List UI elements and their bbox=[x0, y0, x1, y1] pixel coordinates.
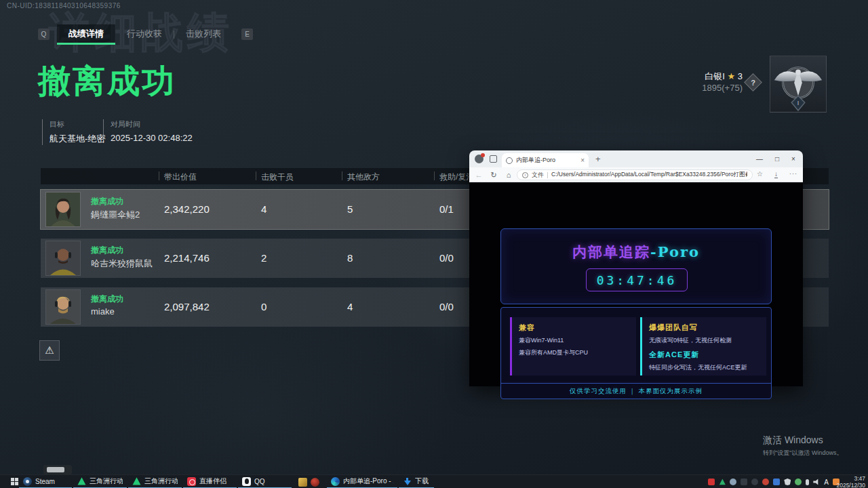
browser-titlebar[interactable]: 内部单追-Poro × + — □ × bbox=[469, 150, 803, 167]
tray-icon-delta[interactable] bbox=[719, 479, 726, 485]
taskbar-label: 直播伴侣 bbox=[199, 476, 226, 486]
taskbar-downloads[interactable]: 下载 bbox=[399, 475, 434, 488]
ui-fragment bbox=[43, 465, 72, 474]
tab-stack-icon[interactable] bbox=[490, 155, 497, 163]
tray-icon-redcircle[interactable] bbox=[762, 479, 769, 485]
rank-star-icon: ★ bbox=[727, 71, 735, 81]
tray-icon-red[interactable] bbox=[708, 479, 715, 485]
home-icon[interactable]: ⌂ bbox=[503, 169, 514, 180]
warning-icon: ⚠ bbox=[45, 344, 54, 357]
ui-fragment-pill bbox=[47, 467, 64, 472]
card-line: 兼容Win7-Win11 bbox=[519, 336, 629, 345]
browser-tab[interactable]: 内部单追-Poro × bbox=[502, 153, 589, 167]
browser-page: 内部单追踪-Poro 03:47:46 兼容 兼容Win7-Win11 兼容所有… bbox=[469, 182, 803, 386]
delta-force-icon bbox=[77, 477, 86, 486]
maximize-button[interactable]: □ bbox=[770, 152, 784, 165]
downloads-icon[interactable]: ↓ bbox=[774, 170, 778, 178]
avatar bbox=[46, 192, 80, 226]
other-enemies: 5 bbox=[347, 203, 353, 215]
globe-icon bbox=[506, 157, 513, 164]
taskbar-pinned-icons[interactable] bbox=[294, 475, 324, 488]
close-button[interactable]: × bbox=[787, 152, 800, 165]
rescue-revive: 0/1 bbox=[439, 203, 454, 215]
operators-killed: 0 bbox=[261, 301, 267, 312]
rank-score: 1895(+75) bbox=[671, 83, 743, 93]
address-divider bbox=[547, 172, 548, 178]
emblem-level: I bbox=[797, 100, 799, 106]
cheat-feature-panel: 兼容 兼容Win7-Win11 兼容所有AMD显卡与CPU 爆爆团队自写 无痕读… bbox=[500, 307, 772, 399]
rank-tier-text: 白银I bbox=[705, 71, 725, 81]
tab-kill-list[interactable]: 击败列表 bbox=[174, 24, 233, 45]
tray-icon-dark1[interactable] bbox=[741, 479, 747, 485]
match-time-value: 2025-12-30 02:48:22 bbox=[111, 133, 193, 143]
tray-icon-steam[interactable] bbox=[730, 479, 736, 485]
windows-taskbar: Steam 三角洲行动 三角洲行动 直播伴侣 QQ 内部单追-Poro - ..… bbox=[0, 474, 868, 488]
minimize-button[interactable]: — bbox=[753, 152, 766, 165]
start-button[interactable] bbox=[11, 478, 19, 486]
microphone-icon[interactable] bbox=[806, 479, 809, 485]
extract-value: 2,214,746 bbox=[164, 252, 210, 264]
address-bar[interactable]: i 文件 C:/Users/Administrator/AppData/Loca… bbox=[517, 169, 753, 180]
taskbar-label: 三角洲行动 bbox=[90, 476, 123, 486]
card-line: 无痕读写0特征，无视任何检测 bbox=[649, 336, 760, 345]
refresh-icon[interactable]: ↻ bbox=[488, 169, 499, 180]
feature-card-compat: 兼容 兼容Win7-Win11 兼容所有AMD显卡与CPU bbox=[510, 317, 636, 375]
tab-action-loot[interactable]: 行动收获 bbox=[115, 24, 174, 45]
row-status: 撤离成功 bbox=[91, 245, 123, 256]
back-icon[interactable]: ← bbox=[473, 169, 484, 180]
player-name: 鍋缝噩伞鳎2 bbox=[91, 209, 140, 221]
question-icon: ? bbox=[747, 77, 759, 88]
activate-windows-watermark: 激活 Windows 转到"设置"以激活 Windows。 bbox=[763, 434, 842, 458]
taskbar-qq[interactable]: QQ bbox=[238, 475, 292, 488]
avatar bbox=[46, 290, 80, 324]
key-hint-q: Q bbox=[38, 28, 50, 40]
column-separator bbox=[256, 171, 256, 180]
taskbar-label: 三角洲行动 bbox=[144, 476, 178, 486]
report-warning-button[interactable]: ⚠ bbox=[39, 340, 60, 361]
delta-force-icon bbox=[132, 477, 141, 486]
taskbar-edge-poro[interactable]: 内部单追-Poro - ... bbox=[327, 475, 397, 488]
speaker-icon[interactable] bbox=[813, 479, 820, 485]
taskbar-live-companion[interactable]: 直播伴侣 bbox=[183, 475, 237, 488]
extract-value: 2,097,842 bbox=[164, 301, 210, 312]
taskbar-delta-force-1[interactable]: 三角洲行动 bbox=[73, 475, 127, 488]
activate-line2: 转到"设置"以激活 Windows。 bbox=[763, 449, 842, 458]
gold-app-icon bbox=[298, 478, 307, 487]
objective-label: 目标 bbox=[50, 119, 105, 129]
other-enemies: 4 bbox=[347, 301, 353, 312]
feature-card-team: 爆爆团队自写 无痕读写0特征，无视任何检测 全新ACE更新 特征同步化写法，无视… bbox=[640, 317, 766, 375]
other-enemies: 8 bbox=[347, 252, 353, 264]
taskbar-label: QQ bbox=[254, 478, 265, 485]
clock-date: 2025/12/30 bbox=[836, 483, 865, 488]
new-tab-button[interactable]: + bbox=[595, 154, 601, 164]
taskbar-label: 内部单追-Poro - ... bbox=[343, 476, 393, 486]
column-separator bbox=[342, 171, 342, 180]
eagle-emblem-icon: I bbox=[770, 56, 826, 112]
result-title: 撤离成功 bbox=[38, 60, 176, 103]
red-app-icon bbox=[311, 478, 319, 487]
tab-battle-details[interactable]: 战绩详情 bbox=[57, 24, 115, 45]
edge-browser-icon bbox=[331, 477, 340, 486]
qq-icon bbox=[242, 477, 251, 486]
profile-avatar-icon[interactable] bbox=[475, 155, 484, 163]
rank-help-button[interactable]: ? bbox=[744, 73, 762, 92]
tray-icon-shield[interactable] bbox=[784, 479, 791, 485]
rank-tier: 白银I ★ 3 bbox=[671, 70, 743, 83]
taskbar-clock[interactable]: 3:47 2025/12/30 bbox=[836, 476, 865, 488]
taskbar-delta-force-2[interactable]: 三角洲行动 bbox=[128, 475, 182, 488]
taskbar-steam[interactable]: Steam bbox=[19, 475, 72, 488]
steam-icon bbox=[23, 477, 32, 486]
rank-emblem: I bbox=[770, 56, 827, 113]
key-hint-e: E bbox=[241, 28, 253, 40]
tab-close-icon[interactable]: × bbox=[580, 157, 585, 164]
ime-indicator[interactable]: A bbox=[824, 479, 829, 486]
tray-icon-green[interactable] bbox=[795, 479, 802, 485]
tray-icon-blue[interactable] bbox=[773, 479, 780, 485]
bookmark-star-icon[interactable]: ☆ bbox=[757, 170, 763, 178]
tray-icon-dark2[interactable] bbox=[751, 479, 758, 485]
page-info-icon[interactable]: i bbox=[522, 172, 528, 178]
column-separator bbox=[434, 171, 435, 180]
extract-value: 2,342,220 bbox=[164, 203, 210, 215]
menu-more-icon[interactable]: ··· bbox=[789, 170, 797, 177]
row-status: 撤离成功 bbox=[91, 196, 123, 207]
